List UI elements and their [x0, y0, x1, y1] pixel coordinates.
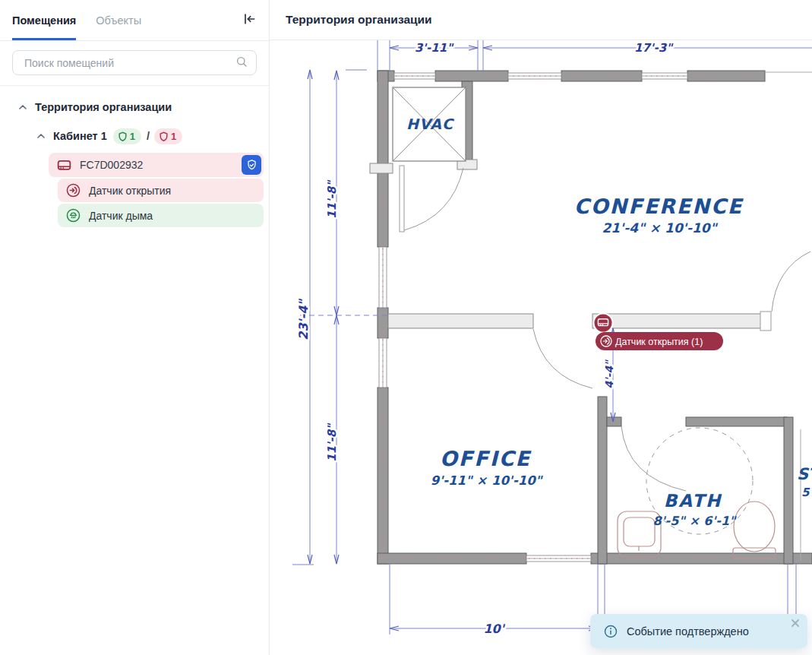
collapse-sidebar-button[interactable]	[242, 0, 257, 40]
dimensions	[292, 40, 812, 634]
tree-item-sensor-opening[interactable]: Датчик открытия	[58, 179, 264, 202]
dim-left-upper: 11'-8"	[325, 179, 339, 219]
page-title: Территория организации	[286, 13, 432, 27]
alarm-count-badge: 1	[154, 128, 182, 144]
floor-plan: 3'-11" 17'-3" 23'-4" 11'-8" 11'-8" 4'-4"…	[270, 40, 812, 655]
room-label: Кабинет 1	[53, 130, 107, 142]
tab-objects[interactable]: Объекты	[96, 0, 141, 40]
guard-mode-button[interactable]	[242, 155, 261, 175]
dim-left-total: 23'-4"	[296, 299, 311, 340]
tab-rooms[interactable]: Помещения	[12, 0, 76, 40]
sensor-label: Датчик дыма	[89, 210, 153, 222]
info-icon	[603, 624, 618, 639]
tree-item-sensor-smoke[interactable]: Датчик дыма	[58, 204, 264, 227]
dim-top-left: 3'-11"	[415, 41, 454, 55]
dim-bottom: 10'	[483, 622, 505, 636]
hub-device-icon	[56, 157, 72, 173]
tree-item-room[interactable]: Кабинет 1 1 / 1	[0, 124, 269, 148]
search-box	[12, 50, 257, 75]
room-label-office: OFFICE	[440, 447, 532, 470]
tree-item-device[interactable]: FC7D002932	[49, 153, 264, 177]
search-input[interactable]	[23, 56, 235, 70]
device-id: FC7D002932	[80, 159, 242, 171]
close-icon[interactable]	[790, 618, 801, 628]
territory-label: Территория организации	[35, 101, 172, 113]
sensor-marker[interactable]	[594, 314, 613, 333]
main-panel: Территория организации	[270, 0, 812, 655]
rooms-tree: Территория организации Кабинет 1 1 / 1	[0, 86, 269, 227]
badge-separator: /	[147, 130, 150, 142]
search-area	[0, 41, 269, 86]
dim-top-right: 17'-3"	[634, 41, 674, 55]
room-size-office: 9'-11" × 10'-10"	[431, 473, 544, 488]
sensor-label: Датчик открытия	[89, 185, 171, 197]
toast-notification: Событие подтверждено	[590, 614, 807, 648]
search-icon	[235, 55, 248, 71]
marker-label-text: Датчик открытия (1)	[615, 337, 703, 347]
room-size-conference: 21'-4" × 10'-10"	[602, 220, 718, 236]
main-header: Территория организации	[270, 0, 812, 40]
chevron-up-icon[interactable]	[17, 101, 29, 113]
sidebar-header: Помещения Объекты	[0, 0, 269, 41]
opening-sensor-icon	[65, 182, 81, 198]
toast-message: Событие подтверждено	[627, 625, 749, 638]
collapse-icon	[242, 11, 257, 30]
ok-count-badge: 1	[113, 128, 141, 144]
room-label-bath: BATH	[664, 491, 722, 511]
sensor-marker-label: Датчик открытия (1)	[596, 332, 723, 350]
shield-check-icon	[245, 159, 258, 172]
dim-door-offset: 4'-4"	[603, 359, 615, 389]
chevron-up-icon[interactable]	[35, 130, 47, 142]
sidebar: Помещения Объекты	[0, 0, 270, 655]
room-label-conference: CONFERENCE	[574, 195, 744, 218]
room-label-storage: ST	[797, 465, 812, 483]
room-size-bath: 8'-5" × 6'-1"	[653, 514, 737, 528]
shield-icon	[159, 131, 169, 141]
shield-icon	[118, 131, 128, 141]
room-size-storage: 5	[801, 486, 810, 499]
smoke-sensor-icon	[65, 207, 81, 223]
tree-item-territory[interactable]: Территория организации	[0, 95, 269, 119]
dim-left-lower: 11'-8"	[325, 422, 339, 462]
room-label-hvac: HVAC	[406, 115, 455, 132]
